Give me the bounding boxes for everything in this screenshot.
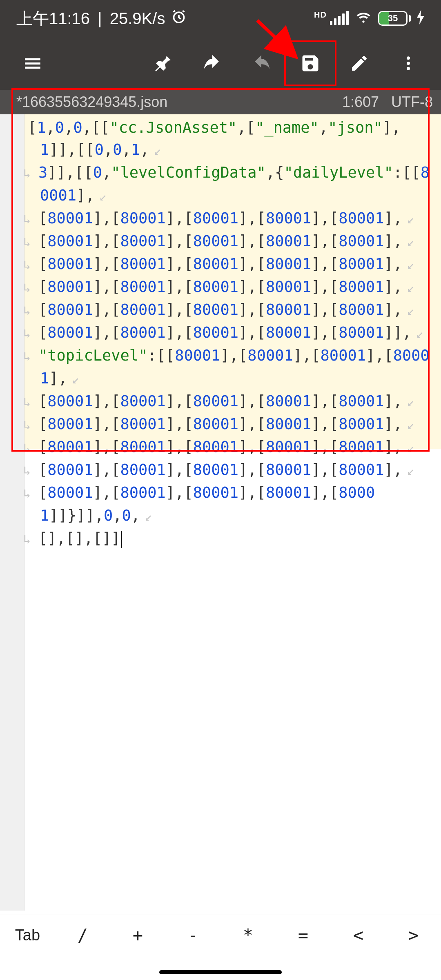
file-name: *16635563249345.json [16, 94, 167, 111]
cursor-position: 1:607 [342, 94, 379, 111]
charging-icon [416, 10, 425, 27]
battery-icon: 35 [378, 11, 411, 26]
symbol-key--[interactable]: - [165, 915, 220, 956]
status-net-speed: 25.9K/s [110, 9, 165, 28]
symbol-key->[interactable]: > [386, 915, 441, 956]
svg-point-3 [407, 67, 410, 70]
gutter [0, 114, 24, 911]
hd-icon: HD [314, 10, 327, 20]
menu-button[interactable] [8, 43, 57, 84]
symbol-key-/[interactable]: / [55, 915, 110, 956]
wifi-icon [354, 8, 372, 29]
status-time: 上午11:16 [16, 7, 90, 30]
signal-icon [330, 12, 349, 25]
status-bar: 上午11:16 | 25.9K/s HD 35 [0, 0, 441, 37]
svg-point-2 [407, 62, 410, 65]
symbol-key-=[interactable]: = [276, 915, 331, 956]
pin-button[interactable] [139, 43, 188, 84]
symbol-bar: Tab/+-*=<> [0, 915, 441, 956]
code-area[interactable]: [1,0,0,[["cc.JsonAsset",["_name","json"]… [24, 114, 441, 911]
nav-indicator [159, 970, 282, 974]
svg-point-1 [407, 56, 410, 60]
editor[interactable]: [1,0,0,[["cc.JsonAsset",["_name","json"]… [0, 114, 441, 911]
symbol-key-*[interactable]: * [220, 915, 276, 956]
edit-button[interactable] [335, 43, 384, 84]
battery-pct: 35 [379, 13, 406, 24]
undo-button[interactable] [188, 43, 237, 84]
file-info-strip: *16635563249345.json 1:607 UTF-8 [0, 90, 441, 114]
status-left: 上午11:16 | 25.9K/s [16, 7, 187, 30]
more-button[interactable] [384, 43, 433, 84]
editor-wrap: [1,0,0,[["cc.JsonAsset",["_name","json"]… [0, 114, 441, 911]
symbol-key-tab[interactable]: Tab [0, 915, 55, 956]
toolbar [0, 37, 441, 90]
alarm-icon [171, 9, 187, 29]
redo-button[interactable] [237, 43, 286, 84]
symbol-key-+[interactable]: + [110, 915, 165, 956]
save-button[interactable] [286, 43, 335, 84]
status-sep: | [93, 9, 107, 28]
file-encoding: UTF-8 [391, 94, 433, 111]
symbol-key-<[interactable]: < [331, 915, 386, 956]
status-right: HD 35 [314, 8, 425, 29]
